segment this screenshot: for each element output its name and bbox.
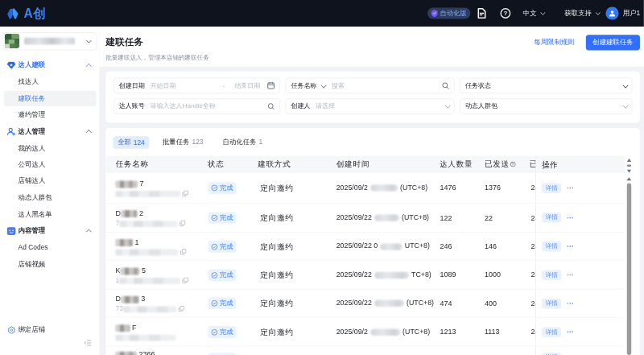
svg-text:?: ? [512,162,514,166]
svg-text:?: ? [503,10,507,17]
